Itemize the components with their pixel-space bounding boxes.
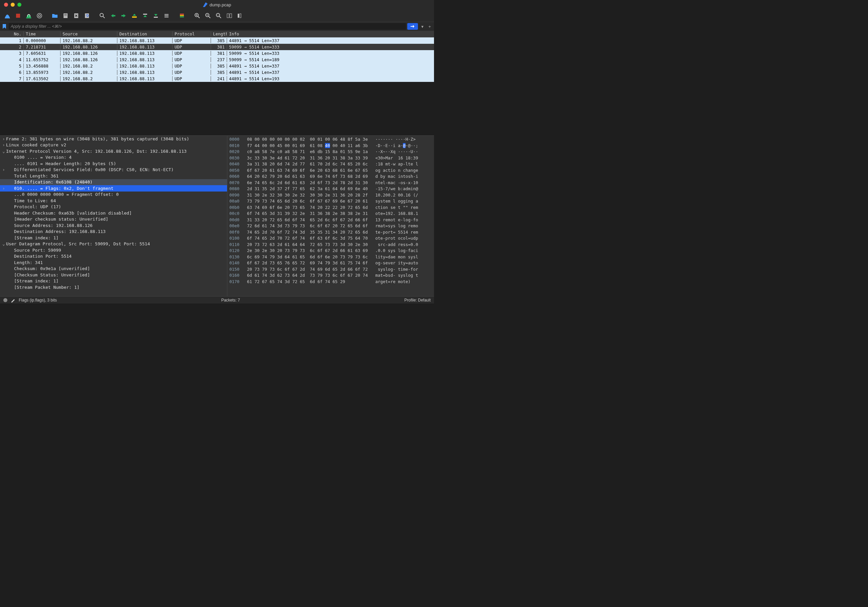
display-filter-input[interactable] xyxy=(9,23,406,30)
packet-list-header[interactable]: No. Time Source Destination Protocol Len… xyxy=(0,31,434,37)
zoom-reset-button[interactable]: = xyxy=(214,11,223,20)
svg-rect-18 xyxy=(180,14,184,15)
hex-row[interactable]: 0120 2e 30 2e 30 20 73 79 73 6c 6f 67 2d… xyxy=(229,248,432,254)
hex-row[interactable]: 0080 2d 31 35 2d 37 2f 77 65 62 3a 61 64… xyxy=(229,186,432,192)
hex-row[interactable]: 0130 6c 69 74 79 3d 64 61 65 6d 6f 6e 20… xyxy=(229,254,432,260)
go-to-first-button[interactable] xyxy=(140,11,150,20)
hex-row[interactable]: 0110 20 73 72 63 2d 61 64 64 72 65 73 73… xyxy=(229,242,432,248)
svg-rect-27 xyxy=(238,14,239,18)
hex-row[interactable]: 0000 08 00 00 00 00 00 00 02 00 01 00 06… xyxy=(229,136,432,143)
column-protocol[interactable]: Protocol xyxy=(172,31,211,36)
capture-options-button[interactable] xyxy=(35,11,44,20)
detail-row[interactable]: ›Linux cooked capture v2 xyxy=(0,142,227,149)
filter-bookmark-icon[interactable] xyxy=(2,23,7,29)
detail-row[interactable]: ⌄Internet Protocol Version 4, Src: 192.1… xyxy=(0,148,227,155)
detail-row[interactable]: ›010. .... = Flags: 0x2, Don't fragment xyxy=(0,185,227,192)
hex-row[interactable]: 00e0 72 6d 61 74 3d 73 79 73 6c 6f 67 20… xyxy=(229,223,432,229)
detail-row[interactable]: Header Checksum: 0xa63b [validation disa… xyxy=(0,210,227,216)
hex-row[interactable]: 00f0 74 65 2d 70 6f 72 74 3d 35 35 31 34… xyxy=(229,229,432,235)
hex-row[interactable]: 0010 f7 44 00 00 45 00 01 69 61 08 40 00… xyxy=(229,143,432,149)
detail-row[interactable]: Destination Port: 5514 xyxy=(0,253,227,260)
hex-row[interactable]: 0140 6f 67 2d 73 65 76 65 72 69 74 79 3d… xyxy=(229,260,432,266)
auto-scroll-button[interactable] xyxy=(162,11,171,20)
detail-row[interactable]: ›Differentiated Services Field: 0x00 (DS… xyxy=(0,167,227,173)
column-no[interactable]: No. xyxy=(0,31,23,36)
column-info[interactable]: Info xyxy=(227,31,434,36)
find-packet-button[interactable] xyxy=(98,11,107,20)
open-file-button[interactable] xyxy=(50,11,59,20)
hex-row[interactable]: 0050 6f 67 20 61 63 74 69 6f 6e 20 63 68… xyxy=(229,167,432,174)
detail-row[interactable]: Destination Address: 192.168.88.113 xyxy=(0,229,227,235)
detail-row[interactable]: 0100 .... = Version: 4 xyxy=(0,155,227,161)
go-back-button[interactable] xyxy=(108,11,118,20)
detail-row[interactable]: Checksum: 0x9e1a [unverified] xyxy=(0,266,227,272)
save-file-button[interactable] xyxy=(61,11,70,20)
detail-row[interactable]: [Stream Packet Number: 1] xyxy=(0,284,227,291)
detail-row[interactable]: Source Address: 192.168.88.126 xyxy=(0,222,227,229)
hex-row[interactable]: 0020 c0 a8 58 7e c0 a8 58 71 e6 db 15 8a… xyxy=(229,149,432,155)
start-capture-button[interactable] xyxy=(3,11,12,20)
close-window-button[interactable] xyxy=(4,3,8,7)
hex-row[interactable]: 0040 3a 31 38 20 6d 74 2d 77 61 70 2d 6c… xyxy=(229,161,432,167)
resize-columns-button[interactable] xyxy=(225,11,234,20)
add-filter-button[interactable]: + xyxy=(427,23,432,29)
detail-row[interactable]: ›Frame 2: 381 bytes on wire (3048 bits),… xyxy=(0,136,227,142)
hex-row[interactable]: 0090 31 30 2e 32 30 30 2e 32 30 30 2e 31… xyxy=(229,192,432,198)
packet-details-pane[interactable]: ›Frame 2: 381 bytes on wire (3048 bits),… xyxy=(0,136,227,296)
packet-row[interactable]: 411.655752192.168.88.126192.168.88.113UD… xyxy=(0,56,434,63)
detail-row[interactable]: Length: 341 xyxy=(0,259,227,266)
hex-row[interactable]: 0160 6d 61 74 3d 62 73 64 2d 73 79 73 6c… xyxy=(229,273,432,279)
zoom-window-button[interactable] xyxy=(17,3,22,7)
hex-row[interactable]: 00a0 73 79 73 74 65 6d 20 6c 6f 67 67 69… xyxy=(229,198,432,204)
detail-row[interactable]: Identification: 0x6108 (24840) xyxy=(0,179,227,186)
status-profile[interactable]: Profile: Default xyxy=(404,298,431,302)
expert-info-button[interactable] xyxy=(3,298,7,302)
detail-row[interactable]: ...0 0000 0000 0000 = Fragment Offset: 0 xyxy=(0,192,227,198)
hex-row[interactable]: 0060 64 20 62 79 20 6d 61 63 69 6e 74 6f… xyxy=(229,173,432,180)
detail-row[interactable]: [Stream index: 1] xyxy=(0,278,227,285)
hex-row[interactable]: 0030 3c 33 30 3e 4d 61 72 20 31 36 20 31… xyxy=(229,155,432,161)
packet-row[interactable]: 613.855973192.168.88.2192.168.88.113UDP3… xyxy=(0,69,434,76)
detail-row[interactable]: Source Port: 59099 xyxy=(0,247,227,253)
hex-row[interactable]: 00b0 63 74 69 6f 6e 20 73 65 74 20 22 22… xyxy=(229,204,432,211)
hex-row[interactable]: 0100 6f 74 65 2d 70 72 6f 74 6f 63 6f 6c… xyxy=(229,235,432,242)
close-file-button[interactable] xyxy=(71,11,81,20)
packet-bytes-pane[interactable]: 0000 08 00 00 00 00 00 00 02 00 01 00 06… xyxy=(227,136,434,296)
reload-file-button[interactable] xyxy=(82,11,91,20)
hex-row[interactable]: 0170 61 72 67 65 74 3d 72 65 6d 6f 74 65… xyxy=(229,279,432,285)
packet-row[interactable]: 10.000000192.168.88.2192.168.88.113UDP38… xyxy=(0,37,434,44)
column-source[interactable]: Source xyxy=(60,31,117,36)
go-forward-button[interactable] xyxy=(119,11,129,20)
go-to-last-button[interactable] xyxy=(151,11,161,20)
go-to-packet-button[interactable] xyxy=(130,11,139,20)
filter-history-dropdown[interactable]: ▾ xyxy=(419,23,425,29)
zoom-out-button[interactable] xyxy=(203,11,213,20)
hex-row[interactable]: 0070 6e 74 65 6c 2d 6d 61 63 2d 6f 73 2d… xyxy=(229,180,432,186)
minimize-window-button[interactable] xyxy=(11,3,15,7)
packet-row[interactable]: 37.605631192.168.88.126192.168.88.113UDP… xyxy=(0,50,434,56)
stop-capture-button[interactable] xyxy=(13,11,23,20)
edit-icon[interactable] xyxy=(11,298,16,302)
hex-row[interactable]: 00c0 6f 74 65 3d 31 39 32 2e 31 36 38 2e… xyxy=(229,211,432,217)
colorize-button[interactable] xyxy=(177,11,187,20)
packet-row[interactable]: 717.613502192.168.88.2192.168.88.113UDP2… xyxy=(0,76,434,82)
detail-row[interactable]: Total Length: 361 xyxy=(0,173,227,179)
packet-row[interactable]: 27.218731192.168.88.126192.168.88.113UDP… xyxy=(0,44,434,50)
detail-row[interactable]: Time to Live: 64 xyxy=(0,198,227,204)
hex-row[interactable]: 00d0 31 33 20 72 65 6d 6f 74 65 2d 6c 6f… xyxy=(229,217,432,223)
resize-columns-2-button[interactable] xyxy=(236,11,245,20)
column-length[interactable]: Length xyxy=(211,31,227,36)
detail-row[interactable]: [Stream index: 1] xyxy=(0,235,227,241)
detail-row[interactable]: ⌄User Datagram Protocol, Src Port: 59099… xyxy=(0,241,227,247)
restart-capture-button[interactable] xyxy=(24,11,33,20)
detail-row[interactable]: [Header checksum status: Unverified] xyxy=(0,216,227,223)
column-time[interactable]: Time xyxy=(23,31,60,36)
detail-row[interactable]: .... 0101 = Header Length: 20 bytes (5) xyxy=(0,160,227,167)
packet-row[interactable]: 513.456888192.168.88.2192.168.88.113UDP3… xyxy=(0,63,434,69)
apply-filter-button[interactable] xyxy=(407,23,418,30)
detail-row[interactable]: [Checksum Status: Unverified] xyxy=(0,272,227,278)
hex-row[interactable]: 0150 20 73 79 73 6c 6f 67 2d 74 69 6d 65… xyxy=(229,266,432,273)
column-destination[interactable]: Destination xyxy=(117,31,172,36)
zoom-in-button[interactable] xyxy=(192,11,202,20)
detail-row[interactable]: Protocol: UDP (17) xyxy=(0,204,227,210)
